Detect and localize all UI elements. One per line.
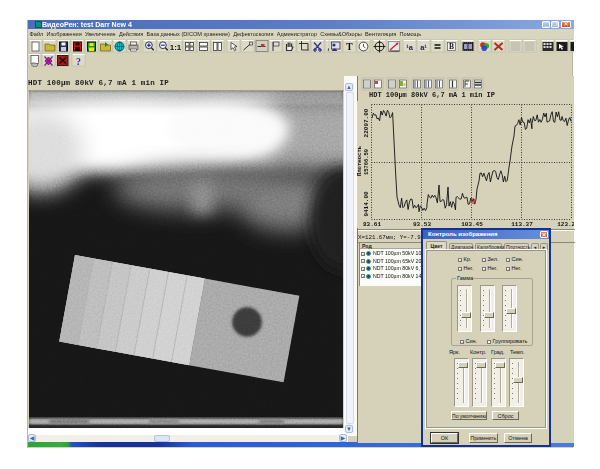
svg-text:9414.00: 9414.00 [363, 191, 370, 217]
svg-text:15766.50: 15766.50 [364, 149, 370, 175]
svg-text:Плотность: Плотность [357, 145, 363, 176]
svg-text:¹a: ¹a [406, 43, 413, 52]
svg-text:113.37: 113.37 [511, 221, 533, 228]
svg-text:103.45: 103.45 [461, 221, 483, 228]
svg-text:83.61: 83.61 [363, 221, 381, 228]
svg-text:?: ? [574, 43, 575, 52]
svg-text:93.53: 93.53 [413, 221, 431, 228]
svg-text:123.29: 123.29 [557, 221, 574, 228]
svg-text:T: T [346, 42, 353, 52]
svg-text:22097.00: 22097.00 [363, 108, 370, 137]
svg-text:?: ? [76, 56, 81, 67]
svg-text:1:1: 1:1 [170, 43, 182, 52]
svg-text:a¹: a¹ [420, 43, 427, 52]
svg-text:B: B [449, 42, 454, 51]
